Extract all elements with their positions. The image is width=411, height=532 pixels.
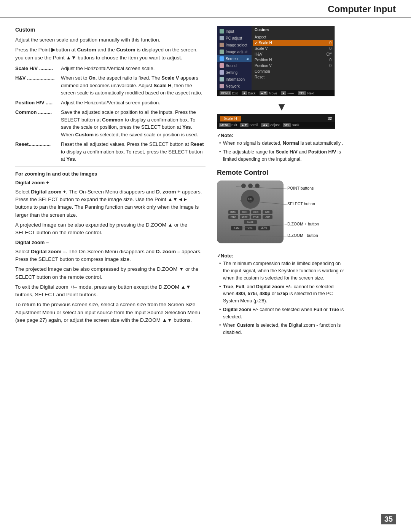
osd-right-aspect: Aspect: [255, 34, 331, 40]
osd-left-panel: Input PC adjust Image select Image: [217, 26, 252, 90]
osd-item-sound-label: Sound: [226, 64, 237, 68]
osd-right-hv: H&VOff: [255, 51, 331, 57]
osd-right-title: Custom: [255, 28, 331, 33]
def-desc-position-hv: Adjust the Horizontal/Vertical screen po…: [61, 99, 206, 107]
osd-item-sound: Sound: [217, 62, 252, 69]
sh-menu-icon: MENU: [219, 123, 231, 127]
custom-title: Custom: [15, 26, 206, 34]
move-icon: ▲▼: [260, 91, 268, 95]
label-dzoom-minus: D.ZOOM - button: [287, 233, 318, 238]
digital-zoom-plus-para1: Select Digital zoom +. The On-Screen Men…: [15, 188, 206, 219]
sh-exit: MENU Exit: [219, 123, 237, 127]
remote-image: SEL MENU SCRN KEYS INFO FREZ NOSW PTMR: [217, 181, 284, 243]
note2-list: The minimum compression ratio is limited…: [217, 260, 346, 336]
r-btn-menu: MENU: [228, 210, 238, 214]
information-icon: [220, 77, 224, 81]
osd-inner: Input PC adjust Image select Image: [217, 26, 335, 90]
scale-h-bar: Scale H 32 MENU Exit ▲▼ Scroll ◄► Adjust…: [217, 114, 335, 129]
label-select-button: SELECT button: [287, 201, 315, 206]
osd-footer-exit: MENU Exit: [220, 91, 238, 95]
image-select-icon: [220, 43, 224, 47]
note2-item3: Digital zoom +/- cannot be selected when…: [219, 306, 346, 321]
scale-h-value: 32: [328, 117, 332, 121]
r-btn-ptimer: PTMR: [251, 215, 261, 219]
exit-para: To exit the Digital zoom +/– mode, press…: [15, 283, 206, 299]
osd-footer-next: ► ------: [281, 91, 294, 95]
osd-right-scalev: Scale V0: [255, 46, 331, 51]
r-btn-info: INFO: [263, 210, 272, 214]
r-btn-noshow: NOSW: [240, 215, 250, 219]
r-bottom-row: D.ZM VOL MUTE: [217, 226, 284, 230]
r-select-center: SEL: [247, 196, 254, 203]
r-btn-image: IMAGE: [244, 220, 257, 224]
osd-item-information-label: Information: [226, 77, 245, 81]
r-btn-screen: SCRN: [240, 210, 250, 214]
note2-item1: The minimum compression ratio is limited…: [219, 260, 346, 281]
r-btn-lamp: LAMP: [263, 215, 272, 219]
def-term-reset: Reset................: [15, 141, 61, 163]
note1-item2: The adjustable range for Scale H/V and P…: [219, 149, 346, 163]
back-icon: ◄: [242, 91, 247, 95]
r-row-btns-1: MENU SCRN KEYS INFO: [217, 210, 284, 214]
sh-back: SEL Back: [283, 123, 299, 127]
osd-item-input: Input: [217, 28, 252, 35]
osd-item-imageadjust: Image adjust: [217, 48, 252, 55]
digital-zoom-minus-title: Digital zoom –: [15, 239, 206, 246]
network-icon: [220, 84, 224, 88]
remote-section: Remote Control SEL: [217, 169, 346, 249]
definition-list: Scale H/V .......... Adjust the Horizont…: [15, 65, 206, 163]
note2-item4: When Custom is selected, the Digital zoo…: [219, 322, 346, 336]
sh-adjust: ◄► Adjust: [261, 123, 280, 127]
remote-title: Remote Control: [217, 169, 346, 177]
next-icon: ►: [281, 91, 286, 95]
left-column: Custom Adjust the screen scale and posit…: [15, 26, 206, 340]
osd-footer: MENU Exit ◄ Back ▲▼ Move ► ------ SEL Ne…: [217, 90, 335, 96]
osd-container: Input PC adjust Image select Image: [217, 26, 346, 96]
scale-h-label: Scale H: [220, 116, 241, 121]
custom-section: Custom Adjust the screen scale and posit…: [15, 26, 206, 163]
setting-icon: [220, 70, 224, 75]
digital-zoom-minus-para2: The projected image can be also compress…: [15, 265, 206, 281]
note1-title: Note:: [217, 133, 346, 138]
remote-body: SEL MENU SCRN KEYS INFO FREZ NOSW PTMR: [217, 181, 284, 243]
r-row-btns-2: FREZ NOSW PTMR LAMP: [217, 215, 284, 219]
osd-item-imageadjust-label: Image adjust: [226, 50, 247, 54]
r-btn-3: [255, 184, 260, 188]
r-btn-keystone: KEYS: [251, 210, 261, 214]
osd-item-imageselect: Image select: [217, 42, 252, 48]
def-reset: Reset................ Reset the all adju…: [15, 141, 206, 163]
osd-right-positionv: Position V0: [255, 63, 331, 69]
osd-right-panel: Custom Aspect ✓ Scale H0 Scale V0 H&VOff…: [252, 26, 335, 90]
def-scale-hv: Scale H/V .......... Adjust the Horizont…: [15, 65, 206, 72]
osd-item-network-label: Network: [226, 84, 240, 88]
r-btn-freeze: FREZ: [228, 215, 238, 219]
def-term-hv: H&V ....................: [15, 74, 61, 97]
custom-intro2: Press the Point ▶button at Custom and th…: [15, 46, 206, 62]
osd-right-positionh: Position H0: [255, 57, 331, 63]
digital-zoom-plus-title: Digital zoom +: [15, 179, 206, 187]
def-desc-common: Save the adjusted scale or position to a…: [61, 109, 206, 138]
r-btn-dzoom: D.ZM: [231, 226, 242, 230]
osd-item-pcadjust-label: PC adjust: [226, 36, 242, 40]
menu-icon: MENU: [220, 91, 231, 95]
input-icon: [220, 29, 224, 34]
main-content: Custom Adjust the screen scale and posit…: [0, 18, 411, 348]
digital-zoom-minus-para1: Select Digital zoom –. The On-Screen Men…: [15, 248, 206, 264]
r-btn-2: [248, 184, 253, 188]
right-column: Input PC adjust Image select Image: [217, 26, 346, 340]
osd-item-screen: Screen ◄: [217, 55, 252, 62]
def-desc-reset: Reset the all adjusted values. Press the…: [61, 141, 206, 163]
note1-item1: When no signal is detected, Normal is se…: [219, 140, 346, 147]
note2-box: Note: The minimum compression ratio is l…: [217, 253, 346, 336]
sh-scroll: ▲▼ Scroll: [240, 123, 258, 127]
r-btn-mute: MUTE: [258, 226, 270, 230]
note2-title: Note:: [217, 253, 346, 259]
osd-item-setting: Setting: [217, 69, 252, 76]
osd-item-network: Network: [217, 83, 252, 89]
osd-right-scaleh: ✓ Scale H0: [253, 40, 333, 46]
note1-list: When no signal is detected, Normal is se…: [217, 140, 346, 163]
label-point-buttons: POINT buttons: [287, 186, 314, 190]
def-common: Common .......... Save the adjusted scal…: [15, 109, 206, 138]
page-header: Computer Input: [0, 0, 411, 18]
divider-1: [15, 166, 206, 166]
